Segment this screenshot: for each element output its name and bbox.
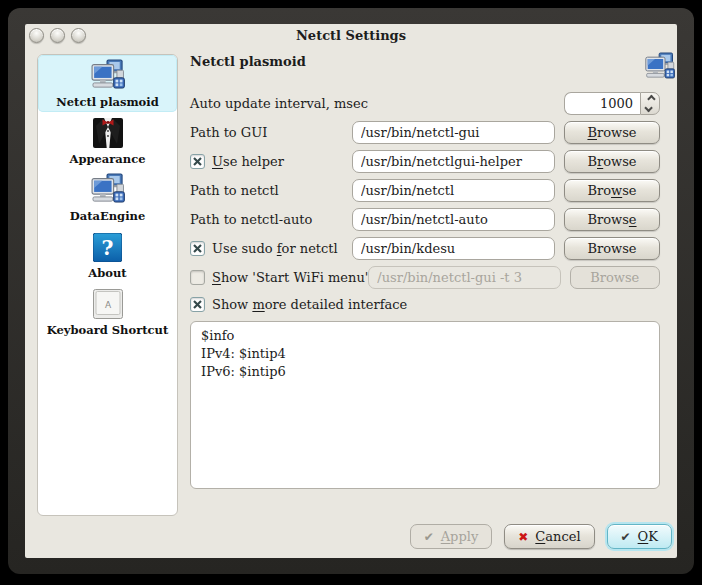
- question-mark-icon: ?: [93, 229, 122, 265]
- ok-button[interactable]: ✔ OK: [607, 524, 672, 549]
- spinner-buttons: [640, 92, 660, 115]
- start-wifi-menu-row: Show 'Start WiFi menu' Browse: [190, 265, 660, 289]
- x-icon: ✖: [518, 531, 528, 543]
- apply-button[interactable]: ✔ Apply: [410, 524, 493, 549]
- field-label: Use helper: [212, 154, 284, 169]
- page-title: Netctl plasmoid: [190, 54, 660, 70]
- sidebar-item-appearance[interactable]: Appearance: [38, 112, 177, 169]
- checkbox-x-mark-icon: [193, 300, 202, 309]
- show-wifi-menu-checkbox[interactable]: [190, 270, 205, 285]
- netctl-auto-path-input[interactable]: [352, 208, 555, 231]
- settings-category-sidebar: Netctl plasmoid Appea: [37, 54, 178, 516]
- path-to-gui-row: Path to GUI Browse: [190, 120, 660, 144]
- browse-sudo-button[interactable]: Browse: [564, 237, 660, 260]
- titlebar[interactable]: Netctl Settings: [25, 24, 677, 48]
- use-sudo-row: Use sudo for netctl Browse: [190, 236, 660, 260]
- keyboard-key-icon: A: [93, 286, 123, 322]
- helper-path-input[interactable]: [352, 150, 555, 173]
- check-icon: ✔: [424, 531, 434, 543]
- browse-netctl-auto-button[interactable]: Browse: [564, 208, 660, 231]
- detailed-interface-checkbox[interactable]: [190, 297, 205, 312]
- window-control-button-3[interactable]: [71, 28, 86, 43]
- path-to-netctl-auto-row: Path to netctl-auto Browse: [190, 207, 660, 231]
- use-helper-checkbox[interactable]: [190, 154, 205, 169]
- sidebar-item-netctl-plasmoid[interactable]: Netctl plasmoid: [38, 55, 177, 112]
- tuxedo-icon: [93, 115, 123, 151]
- interface-template-textarea[interactable]: $info IPv4: $intip4 IPv6: $intip6: [190, 321, 660, 489]
- use-sudo-checkbox[interactable]: [190, 241, 205, 256]
- sidebar-item-keyboard-shortcut[interactable]: A Keyboard Shortcut: [38, 283, 177, 340]
- sidebar-item-label: DataEngine: [70, 209, 145, 223]
- auto-update-interval-spinner: [564, 92, 660, 115]
- spin-up-icon[interactable]: [647, 94, 655, 102]
- sidebar-item-label: Netctl plasmoid: [56, 95, 158, 109]
- use-helper-row: Use helper Browse: [190, 149, 660, 173]
- svg-text:?: ?: [102, 236, 114, 260]
- field-label: Show 'Start WiFi menu': [212, 270, 368, 285]
- computer-network-icon: [91, 172, 125, 208]
- wifi-command-input[interactable]: [368, 266, 560, 289]
- sidebar-item-label: Appearance: [70, 152, 146, 166]
- auto-update-interval-row: Auto update interval, msec: [190, 91, 660, 115]
- window-content: Netctl Settings Netctl plasmoid: [25, 24, 677, 558]
- svg-text:A: A: [104, 300, 111, 310]
- netctl-plasmoid-page: Netctl plasmoid Auto update interval, ms…: [190, 54, 660, 554]
- auto-update-interval-input[interactable]: [564, 92, 640, 115]
- path-to-gui-input[interactable]: [352, 121, 555, 144]
- browse-netctl-button[interactable]: Browse: [564, 179, 660, 202]
- netctl-path-input[interactable]: [352, 179, 555, 202]
- field-label: Show more detailed interface: [212, 297, 407, 312]
- sidebar-item-dataengine[interactable]: DataEngine: [38, 169, 177, 226]
- netctl-settings-window: Netctl Settings Netctl plasmoid: [8, 8, 694, 574]
- computer-network-icon: [91, 58, 125, 94]
- field-label: Path to netctl: [190, 183, 352, 198]
- detailed-interface-row: Show more detailed interface: [190, 295, 660, 313]
- field-label: Use sudo for netctl: [212, 241, 338, 256]
- cancel-button[interactable]: ✖ Cancel: [504, 524, 594, 549]
- dialog-button-row: ✔ Apply ✖ Cancel ✔ OK: [410, 524, 672, 549]
- sidebar-item-label: About: [88, 266, 126, 280]
- window-control-button-1[interactable]: [29, 28, 44, 43]
- field-label: Path to GUI: [190, 125, 352, 140]
- checkbox-x-mark-icon: [193, 157, 202, 166]
- sudo-path-input[interactable]: [352, 237, 555, 260]
- window-control-button-2[interactable]: [50, 28, 65, 43]
- field-label: Auto update interval, msec: [190, 96, 564, 111]
- path-to-netctl-row: Path to netctl Browse: [190, 178, 660, 202]
- browse-gui-button[interactable]: Browse: [564, 121, 660, 144]
- window-controls: [29, 28, 86, 43]
- checkbox-x-mark-icon: [193, 244, 202, 253]
- check-icon: ✔: [621, 531, 631, 543]
- field-label: Path to netctl-auto: [190, 212, 352, 227]
- sidebar-item-label: Keyboard Shortcut: [47, 323, 168, 337]
- window-title: Netctl Settings: [25, 24, 677, 47]
- spin-down-icon[interactable]: [644, 103, 652, 111]
- sidebar-item-about[interactable]: ? About: [38, 226, 177, 283]
- browse-wifi-button[interactable]: Browse: [570, 266, 661, 289]
- browse-helper-button[interactable]: Browse: [564, 150, 660, 173]
